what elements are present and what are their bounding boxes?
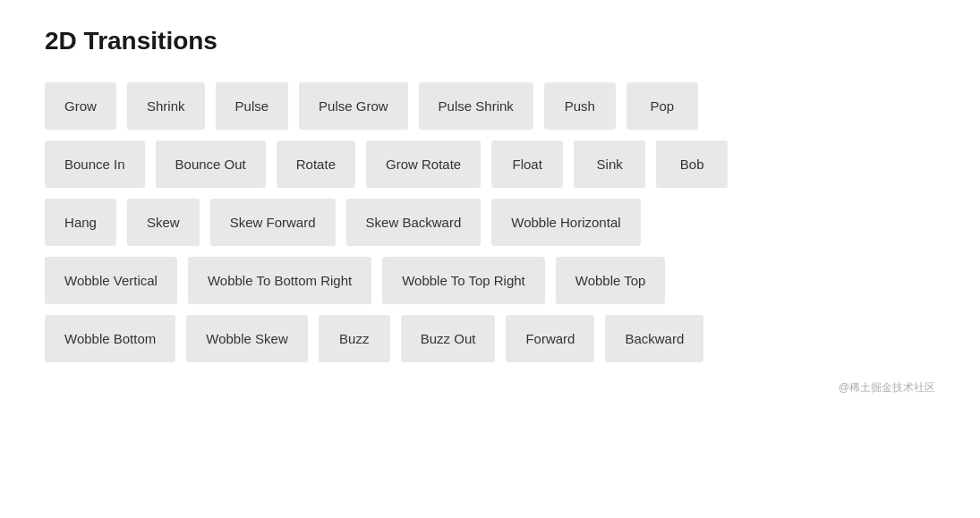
btn-buzz[interactable]: Buzz xyxy=(319,315,390,362)
button-row-row5: Wobble BottomWobble SkewBuzzBuzz OutForw… xyxy=(45,315,935,362)
watermark: @稀土掘金技术社区 xyxy=(45,380,935,395)
btn-pulse[interactable]: Pulse xyxy=(216,82,289,130)
btn-grow-rotate[interactable]: Grow Rotate xyxy=(366,140,481,188)
btn-buzz-out[interactable]: Buzz Out xyxy=(401,315,496,362)
button-row-row2: Bounce InBounce OutRotateGrow RotateFloa… xyxy=(45,140,935,188)
btn-wobble-bottom[interactable]: Wobble Bottom xyxy=(45,315,175,362)
button-row-row1: GrowShrinkPulsePulse GrowPulse ShrinkPus… xyxy=(45,82,935,130)
btn-rotate[interactable]: Rotate xyxy=(277,140,355,188)
btn-pulse-grow[interactable]: Pulse Grow xyxy=(299,82,408,130)
btn-hang[interactable]: Hang xyxy=(45,199,116,246)
btn-wobble-horizontal[interactable]: Wobble Horizontal xyxy=(491,199,640,246)
buttons-container: GrowShrinkPulsePulse GrowPulse ShrinkPus… xyxy=(45,82,935,362)
btn-skew-backward[interactable]: Skew Backward xyxy=(346,199,481,246)
btn-grow[interactable]: Grow xyxy=(45,82,116,130)
btn-bounce-out[interactable]: Bounce Out xyxy=(156,140,266,188)
btn-sink[interactable]: Sink xyxy=(574,140,645,188)
btn-forward[interactable]: Forward xyxy=(506,315,594,362)
button-row-row3: HangSkewSkew ForwardSkew BackwardWobble … xyxy=(45,199,935,246)
button-row-row4: Wobble VerticalWobble To Bottom RightWob… xyxy=(45,257,935,304)
btn-wobble-vertical[interactable]: Wobble Vertical xyxy=(45,257,177,304)
btn-wobble-to-top-right[interactable]: Wobble To Top Right xyxy=(382,257,545,304)
btn-pop[interactable]: Pop xyxy=(626,82,698,130)
btn-skew[interactable]: Skew xyxy=(127,199,200,246)
btn-skew-forward[interactable]: Skew Forward xyxy=(210,199,336,246)
btn-wobble-top[interactable]: Wobble Top xyxy=(556,257,666,304)
btn-bob[interactable]: Bob xyxy=(656,140,728,188)
btn-shrink[interactable]: Shrink xyxy=(127,82,205,130)
btn-backward[interactable]: Backward xyxy=(605,315,703,362)
page-title: 2D Transitions xyxy=(45,27,935,55)
btn-bounce-in[interactable]: Bounce In xyxy=(45,140,145,188)
btn-float[interactable]: Float xyxy=(491,140,563,188)
btn-wobble-skew[interactable]: Wobble Skew xyxy=(186,315,307,362)
btn-push[interactable]: Push xyxy=(544,82,616,130)
btn-pulse-shrink[interactable]: Pulse Shrink xyxy=(419,82,533,130)
btn-wobble-to-bottom-right[interactable]: Wobble To Bottom Right xyxy=(188,257,371,304)
